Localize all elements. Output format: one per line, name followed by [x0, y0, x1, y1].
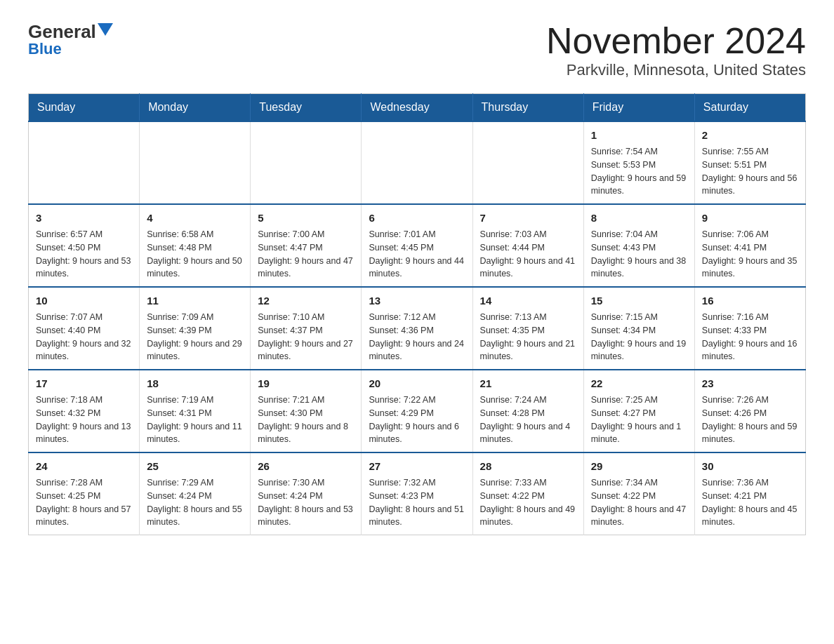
- calendar-cell: 15Sunrise: 7:15 AM Sunset: 4:34 PM Dayli…: [583, 287, 694, 370]
- calendar-header-friday: Friday: [583, 94, 694, 122]
- calendar-header-sunday: Sunday: [29, 94, 140, 122]
- day-info: Sunrise: 7:19 AM Sunset: 4:31 PM Dayligh…: [147, 395, 242, 444]
- calendar-cell: 19Sunrise: 7:21 AM Sunset: 4:30 PM Dayli…: [251, 370, 362, 452]
- day-info: Sunrise: 7:32 AM Sunset: 4:23 PM Dayligh…: [369, 478, 464, 527]
- day-number: 30: [702, 459, 798, 474]
- day-info: Sunrise: 7:01 AM Sunset: 4:45 PM Dayligh…: [369, 229, 464, 279]
- day-number: 28: [480, 459, 576, 474]
- calendar-cell: [29, 121, 140, 204]
- calendar-week-row: 24Sunrise: 7:28 AM Sunset: 4:25 PM Dayli…: [29, 452, 806, 535]
- day-number: 6: [369, 210, 465, 225]
- calendar-week-row: 1Sunrise: 7:54 AM Sunset: 5:53 PM Daylig…: [29, 121, 806, 204]
- calendar-cell: [362, 121, 472, 204]
- calendar-table: SundayMondayTuesdayWednesdayThursdayFrid…: [28, 93, 806, 535]
- day-number: 19: [258, 376, 354, 391]
- calendar-cell: 28Sunrise: 7:33 AM Sunset: 4:22 PM Dayli…: [472, 452, 583, 535]
- calendar-cell: 8Sunrise: 7:04 AM Sunset: 4:43 PM Daylig…: [583, 204, 694, 287]
- calendar-cell: [140, 121, 251, 204]
- day-number: 8: [591, 210, 687, 225]
- calendar-cell: 27Sunrise: 7:32 AM Sunset: 4:23 PM Dayli…: [362, 452, 472, 535]
- day-info: Sunrise: 7:29 AM Sunset: 4:24 PM Dayligh…: [147, 478, 242, 527]
- calendar-cell: 4Sunrise: 6:58 AM Sunset: 4:48 PM Daylig…: [140, 204, 251, 287]
- day-info: Sunrise: 7:54 AM Sunset: 5:53 PM Dayligh…: [591, 147, 687, 196]
- page-title: November 2024: [546, 21, 806, 61]
- day-number: 11: [147, 293, 243, 308]
- day-info: Sunrise: 7:15 AM Sunset: 4:34 PM Dayligh…: [591, 312, 687, 361]
- day-number: 5: [258, 210, 354, 225]
- day-info: Sunrise: 7:10 AM Sunset: 4:37 PM Dayligh…: [258, 312, 353, 361]
- svg-marker-0: [98, 23, 113, 36]
- day-number: 26: [258, 459, 354, 474]
- calendar-header-tuesday: Tuesday: [251, 94, 362, 122]
- calendar-cell: 26Sunrise: 7:30 AM Sunset: 4:24 PM Dayli…: [251, 452, 362, 535]
- day-info: Sunrise: 7:24 AM Sunset: 4:28 PM Dayligh…: [480, 395, 571, 444]
- calendar-week-row: 17Sunrise: 7:18 AM Sunset: 4:32 PM Dayli…: [29, 370, 806, 452]
- calendar-cell: 2Sunrise: 7:55 AM Sunset: 5:51 PM Daylig…: [694, 121, 805, 204]
- calendar-cell: 29Sunrise: 7:34 AM Sunset: 4:22 PM Dayli…: [583, 452, 694, 535]
- calendar-week-row: 3Sunrise: 6:57 AM Sunset: 4:50 PM Daylig…: [29, 204, 806, 287]
- day-info: Sunrise: 7:03 AM Sunset: 4:44 PM Dayligh…: [480, 229, 576, 279]
- day-info: Sunrise: 7:25 AM Sunset: 4:27 PM Dayligh…: [591, 395, 682, 444]
- calendar-header-monday: Monday: [140, 94, 251, 122]
- calendar-cell: 3Sunrise: 6:57 AM Sunset: 4:50 PM Daylig…: [29, 204, 140, 287]
- calendar-cell: 9Sunrise: 7:06 AM Sunset: 4:41 PM Daylig…: [694, 204, 805, 287]
- calendar-cell: 22Sunrise: 7:25 AM Sunset: 4:27 PM Dayli…: [583, 370, 694, 452]
- page-subtitle: Parkville, Minnesota, United States: [546, 61, 806, 79]
- calendar-cell: 12Sunrise: 7:10 AM Sunset: 4:37 PM Dayli…: [251, 287, 362, 370]
- day-number: 29: [591, 459, 687, 474]
- day-info: Sunrise: 7:34 AM Sunset: 4:22 PM Dayligh…: [591, 478, 687, 527]
- calendar-cell: 23Sunrise: 7:26 AM Sunset: 4:26 PM Dayli…: [694, 370, 805, 452]
- day-info: Sunrise: 7:18 AM Sunset: 4:32 PM Dayligh…: [36, 395, 131, 444]
- day-number: 24: [36, 459, 132, 474]
- day-info: Sunrise: 7:36 AM Sunset: 4:21 PM Dayligh…: [702, 478, 797, 527]
- calendar-cell: 25Sunrise: 7:29 AM Sunset: 4:24 PM Dayli…: [140, 452, 251, 535]
- day-info: Sunrise: 6:58 AM Sunset: 4:48 PM Dayligh…: [147, 229, 242, 279]
- calendar-cell: 11Sunrise: 7:09 AM Sunset: 4:39 PM Dayli…: [140, 287, 251, 370]
- day-info: Sunrise: 7:26 AM Sunset: 4:26 PM Dayligh…: [702, 395, 797, 444]
- day-info: Sunrise: 7:16 AM Sunset: 4:33 PM Dayligh…: [702, 312, 797, 361]
- calendar-cell: 16Sunrise: 7:16 AM Sunset: 4:33 PM Dayli…: [694, 287, 805, 370]
- calendar-header-wednesday: Wednesday: [362, 94, 472, 122]
- day-info: Sunrise: 7:00 AM Sunset: 4:47 PM Dayligh…: [258, 229, 353, 279]
- day-number: 25: [147, 459, 243, 474]
- calendar-header-saturday: Saturday: [694, 94, 805, 122]
- calendar-cell: [472, 121, 583, 204]
- day-number: 2: [702, 128, 798, 142]
- day-info: Sunrise: 7:22 AM Sunset: 4:29 PM Dayligh…: [369, 395, 459, 444]
- calendar-cell: 7Sunrise: 7:03 AM Sunset: 4:44 PM Daylig…: [472, 204, 583, 287]
- day-number: 10: [36, 293, 132, 308]
- day-number: 20: [369, 376, 465, 391]
- day-number: 27: [369, 459, 465, 474]
- calendar-cell: [251, 121, 362, 204]
- logo: General Blue: [28, 21, 113, 58]
- calendar-cell: 6Sunrise: 7:01 AM Sunset: 4:45 PM Daylig…: [362, 204, 472, 287]
- day-number: 13: [369, 293, 465, 308]
- calendar-header-row: SundayMondayTuesdayWednesdayThursdayFrid…: [29, 94, 806, 122]
- day-number: 12: [258, 293, 354, 308]
- day-number: 14: [480, 293, 576, 308]
- day-number: 1: [591, 128, 687, 142]
- day-number: 21: [480, 376, 576, 391]
- calendar-cell: 10Sunrise: 7:07 AM Sunset: 4:40 PM Dayli…: [29, 287, 140, 370]
- page-header: General Blue November 2024 Parkville, Mi…: [28, 21, 806, 79]
- calendar-cell: 14Sunrise: 7:13 AM Sunset: 4:35 PM Dayli…: [472, 287, 583, 370]
- day-info: Sunrise: 6:57 AM Sunset: 4:50 PM Dayligh…: [36, 229, 131, 279]
- day-info: Sunrise: 7:06 AM Sunset: 4:41 PM Dayligh…: [702, 229, 797, 279]
- logo-arrow-icon: [98, 23, 113, 36]
- day-number: 23: [702, 376, 798, 391]
- day-info: Sunrise: 7:04 AM Sunset: 4:43 PM Dayligh…: [591, 229, 687, 279]
- day-number: 18: [147, 376, 243, 391]
- calendar-cell: 13Sunrise: 7:12 AM Sunset: 4:36 PM Dayli…: [362, 287, 472, 370]
- day-info: Sunrise: 7:30 AM Sunset: 4:24 PM Dayligh…: [258, 478, 353, 527]
- day-number: 15: [591, 293, 687, 308]
- calendar-cell: 18Sunrise: 7:19 AM Sunset: 4:31 PM Dayli…: [140, 370, 251, 452]
- calendar-cell: 21Sunrise: 7:24 AM Sunset: 4:28 PM Dayli…: [472, 370, 583, 452]
- day-number: 17: [36, 376, 132, 391]
- calendar-header-thursday: Thursday: [472, 94, 583, 122]
- day-info: Sunrise: 7:33 AM Sunset: 4:22 PM Dayligh…: [480, 478, 576, 527]
- day-info: Sunrise: 7:12 AM Sunset: 4:36 PM Dayligh…: [369, 312, 464, 361]
- title-block: November 2024 Parkville, Minnesota, Unit…: [546, 21, 806, 79]
- day-number: 16: [702, 293, 798, 308]
- calendar-cell: 24Sunrise: 7:28 AM Sunset: 4:25 PM Dayli…: [29, 452, 140, 535]
- day-number: 7: [480, 210, 576, 225]
